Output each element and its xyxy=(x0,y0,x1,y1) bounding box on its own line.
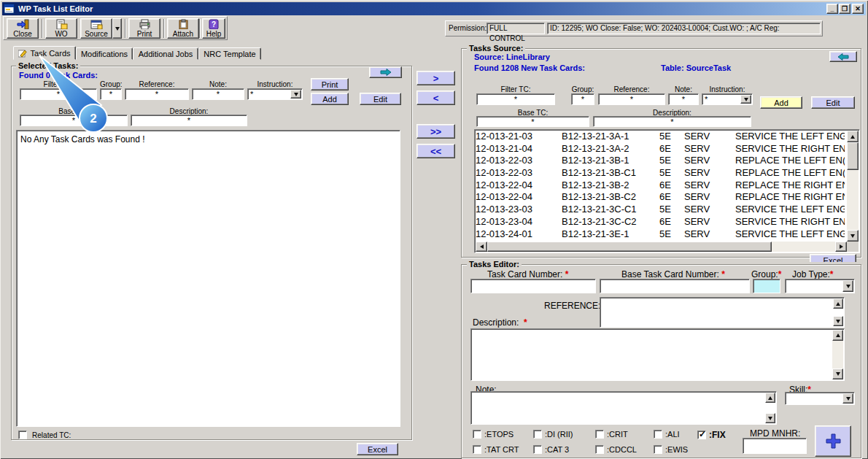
print-selected-button[interactable]: Print xyxy=(311,78,349,90)
checkbox-box[interactable] xyxy=(654,445,662,454)
edit-source-button[interactable]: Edit xyxy=(811,96,855,109)
add-selected-button[interactable]: Add xyxy=(311,93,349,105)
task-row[interactable]: 12-013-22-03B12-13-21-3B-15ESERVREPLACE … xyxy=(476,155,847,167)
scroll-up-button[interactable] xyxy=(832,330,843,341)
close-window-button[interactable]: ✕ xyxy=(852,4,864,14)
checkbox-crit[interactable]: :CRIT xyxy=(595,430,628,439)
maximize-button[interactable]: ❐ xyxy=(839,4,850,14)
task-row[interactable]: 12-013-24-01B12-13-21-3E-15ESERVSERVICE … xyxy=(476,228,847,241)
source-instruction-dropdown[interactable]: * xyxy=(702,93,753,105)
source-filter-tc-input[interactable] xyxy=(476,93,555,105)
instruction-dropdown[interactable]: * xyxy=(247,88,303,100)
checkbox-box[interactable] xyxy=(654,430,662,439)
help-tool-button[interactable]: ? Help xyxy=(202,18,225,39)
reference-field[interactable] xyxy=(600,297,845,328)
task-row[interactable]: 12-013-22-03B12-13-21-3B-C15ESERVREPLACE… xyxy=(476,167,847,180)
scroll-right-button[interactable] xyxy=(835,242,847,252)
vscroll-thumb[interactable] xyxy=(847,142,859,170)
title-bar[interactable]: WP Task List Editor _ ❐ ✕ xyxy=(2,2,866,15)
related-tc-checkbox-box[interactable] xyxy=(18,431,27,439)
task-row[interactable]: 12-013-22-04B12-13-21-3B-26ESERVREPLACE … xyxy=(476,180,847,192)
source-base-tc-input[interactable] xyxy=(476,116,589,127)
dropdown-arrow-icon[interactable] xyxy=(290,90,301,99)
task-row[interactable]: 12-013-23-04B12-13-21-3C-C26ESERVSERVICE… xyxy=(476,216,847,228)
hscroll-thumb[interactable] xyxy=(487,242,772,252)
checkbox-box[interactable] xyxy=(473,445,481,454)
source-tool-button[interactable]: Source xyxy=(80,18,112,39)
source-note-input[interactable] xyxy=(668,93,699,105)
group-editor-field[interactable] xyxy=(753,279,780,293)
task-row[interactable]: 12-013-21-04B12-13-21-3A-26ESERVSERVICE … xyxy=(476,143,847,155)
scroll-down-button[interactable] xyxy=(832,369,843,379)
skill-dropdown[interactable] xyxy=(785,392,855,405)
source-reference-input[interactable] xyxy=(598,93,665,105)
task-row[interactable]: 12-013-23-03B12-13-21-3C-C15ESERVSERVICE… xyxy=(476,204,847,216)
related-tc-checkbox[interactable]: Related TC: xyxy=(18,431,71,439)
checkbox-ewis[interactable]: :EWIS xyxy=(654,445,688,454)
source-description-input[interactable] xyxy=(593,116,751,127)
excel-source-button[interactable]: Excel xyxy=(810,254,856,262)
checkbox-box[interactable] xyxy=(473,430,481,439)
description-editor-field[interactable] xyxy=(470,328,845,381)
checkbox-ali[interactable]: :ALI xyxy=(654,430,680,439)
scroll-down-button[interactable] xyxy=(765,413,775,423)
move-all-right-button[interactable]: >> xyxy=(416,124,455,139)
move-all-left-button[interactable]: << xyxy=(416,144,455,158)
dropdown-arrow-icon[interactable] xyxy=(842,280,853,292)
source-dropdown-arrow[interactable] xyxy=(112,18,122,39)
reference-input[interactable] xyxy=(125,88,189,100)
checkbox-tat-crt[interactable]: :TAT CRT xyxy=(473,445,519,454)
description-input[interactable] xyxy=(131,115,247,126)
dropdown-arrow-icon[interactable] xyxy=(842,393,853,404)
move-right-arrow-button[interactable] xyxy=(369,66,402,78)
scroll-up-icon xyxy=(768,396,772,400)
checkbox-cdccl[interactable]: :CDCCL xyxy=(595,445,637,454)
task-row[interactable]: 12-013-22-04B12-13-21-3B-C26ESERVREPLACE… xyxy=(476,191,847,204)
scroll-up-button[interactable] xyxy=(847,131,859,142)
selected-task-list[interactable]: No Any Task Cards was Found ! xyxy=(16,130,400,427)
add-new-task-button[interactable] xyxy=(815,425,851,457)
source-group-input[interactable] xyxy=(571,93,594,105)
minimize-button[interactable]: _ xyxy=(826,4,838,14)
task-card-number-field[interactable] xyxy=(470,279,596,293)
mpd-mnhr-field[interactable] xyxy=(743,438,807,454)
checkbox-box[interactable] xyxy=(533,445,542,454)
job-type-label: Job Type:* xyxy=(792,269,834,279)
scroll-up-button[interactable] xyxy=(833,298,843,309)
job-type-cell: SERV xyxy=(684,204,735,216)
checkbox-box[interactable] xyxy=(533,430,542,439)
source-instruction-dropdown-value: * xyxy=(705,95,708,104)
job-type-dropdown[interactable] xyxy=(785,279,855,293)
scroll-down-button[interactable] xyxy=(847,230,859,242)
checkbox-box[interactable] xyxy=(595,430,604,439)
scroll-down-button[interactable] xyxy=(833,316,843,326)
move-left-arrow-button[interactable] xyxy=(829,51,857,62)
edit-selected-button[interactable]: Edit xyxy=(360,93,401,105)
note-input[interactable] xyxy=(192,88,244,100)
checkbox-cat-3[interactable]: :CAT 3 xyxy=(533,445,569,454)
wo-tool-button[interactable]: WO xyxy=(45,18,77,39)
note-field[interactable] xyxy=(470,391,777,425)
add-source-button[interactable]: Add xyxy=(760,96,802,109)
excel-source-button-clipped[interactable]: Excel xyxy=(810,254,856,262)
dropdown-arrow-icon[interactable] xyxy=(740,95,751,104)
checkbox-di-rii[interactable]: :DI (RII) xyxy=(533,430,573,439)
scroll-up-button[interactable] xyxy=(765,393,775,403)
base-task-card-number-field[interactable] xyxy=(600,279,750,293)
move-one-left-button[interactable]: < xyxy=(416,90,455,105)
tab-additional-jobs[interactable]: Additional Jobs xyxy=(133,47,198,60)
checkbox-box[interactable] xyxy=(595,445,604,454)
checkbox-etops[interactable]: :ETOPS xyxy=(473,430,514,439)
print-tool-button[interactable]: Print xyxy=(128,18,160,39)
excel-selected-button[interactable]: Excel xyxy=(357,443,398,455)
task-row[interactable]: 12-013-21-03B12-13-21-3A-15ESERVSERVICE … xyxy=(476,131,847,143)
tab-nrc-template[interactable]: NRC Template xyxy=(198,47,261,60)
checkbox-fix[interactable]: :FIX xyxy=(697,430,726,440)
checkbox-box[interactable] xyxy=(697,431,706,439)
scroll-left-button[interactable] xyxy=(476,242,487,252)
attach-tool-button[interactable]: Attach xyxy=(167,18,199,39)
close-tool-button[interactable]: Close xyxy=(7,18,39,39)
move-one-right-button[interactable]: > xyxy=(416,71,455,85)
task-card-number-cell: 12-013-22-04 xyxy=(476,180,562,192)
source-table-icon xyxy=(90,19,103,29)
